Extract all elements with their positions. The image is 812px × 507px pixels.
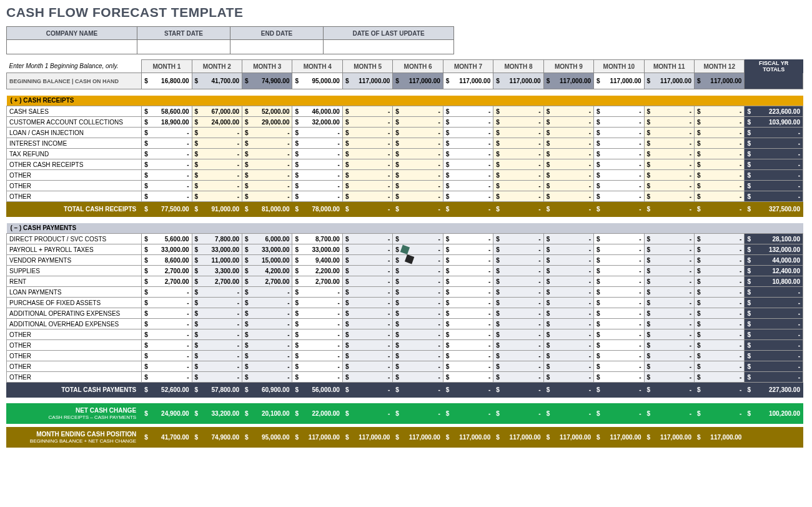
money-cell[interactable]: $74,900.00 [192, 428, 242, 448]
money-cell[interactable]: $- [644, 159, 694, 170]
money-cell[interactable]: $- [342, 106, 392, 117]
money-cell[interactable]: $- [342, 287, 392, 298]
money-cell[interactable]: $- [142, 287, 192, 298]
money-cell[interactable]: $- [292, 170, 342, 181]
money-cell[interactable]: $- [393, 159, 443, 170]
money-cell[interactable]: $- [292, 361, 342, 372]
money-cell[interactable]: $29,000.00 [242, 117, 292, 128]
money-cell[interactable]: $- [594, 106, 644, 117]
money-cell[interactable]: $81,000.00 [242, 202, 292, 217]
money-cell[interactable]: $- [493, 266, 543, 276]
meta-input[interactable] [230, 40, 324, 54]
money-cell[interactable]: $- [694, 106, 744, 117]
money-cell[interactable]: $- [443, 308, 493, 319]
money-cell[interactable]: $- [694, 202, 744, 217]
money-cell[interactable]: $- [694, 383, 744, 398]
money-cell[interactable]: $- [242, 319, 292, 329]
money-cell[interactable]: $- [644, 308, 694, 319]
money-cell[interactable]: $- [342, 340, 392, 351]
money-cell[interactable]: $- [342, 149, 392, 159]
money-cell[interactable]: $- [543, 383, 593, 398]
money-cell[interactable]: $- [543, 319, 593, 329]
money-cell[interactable]: $- [543, 191, 593, 202]
money-cell[interactable]: $- [543, 138, 593, 149]
money-cell[interactable]: $- [393, 117, 443, 128]
money-cell[interactable]: $- [292, 340, 342, 351]
money-cell[interactable]: $46,000.00 [292, 106, 342, 117]
money-cell[interactable]: $- [292, 287, 342, 298]
money-cell[interactable]: $- [493, 276, 543, 287]
money-cell[interactable]: $2,700.00 [292, 276, 342, 287]
money-cell[interactable]: $- [644, 234, 694, 244]
money-cell[interactable]: $- [192, 149, 242, 159]
money-cell[interactable]: $- [694, 298, 744, 308]
money-cell[interactable]: $- [543, 351, 593, 361]
money-cell[interactable]: $- [342, 308, 392, 319]
money-cell[interactable]: $- [192, 340, 242, 351]
money-cell[interactable]: $117,000.00 [443, 73, 493, 89]
money-cell[interactable]: $- [142, 340, 192, 351]
money-cell[interactable]: $- [142, 149, 192, 159]
money-cell[interactable]: $- [342, 276, 392, 287]
money-cell[interactable]: $- [242, 372, 292, 383]
money-cell[interactable]: $- [393, 138, 443, 149]
money-cell[interactable]: $- [745, 340, 803, 351]
money-cell[interactable]: $74,900.00 [242, 73, 292, 89]
money-cell[interactable]: $91,000.00 [192, 202, 242, 217]
money-cell[interactable]: $- [745, 351, 803, 361]
money-cell[interactable]: $- [443, 191, 493, 202]
money-cell[interactable]: $41,700.00 [142, 428, 192, 448]
money-cell[interactable]: $- [192, 159, 242, 170]
money-cell[interactable]: $- [694, 244, 744, 255]
money-cell[interactable]: $- [443, 404, 493, 424]
money-cell[interactable]: $- [745, 298, 803, 308]
money-cell[interactable]: $- [342, 383, 392, 398]
money-cell[interactable]: $- [443, 181, 493, 191]
money-cell[interactable]: $- [393, 266, 443, 276]
money-cell[interactable]: $- [543, 329, 593, 340]
money-cell[interactable]: $- [493, 372, 543, 383]
money-cell[interactable]: $- [543, 287, 593, 298]
money-cell[interactable]: $- [342, 329, 392, 340]
money-cell[interactable]: $- [694, 319, 744, 329]
money-cell[interactable]: $- [694, 329, 744, 340]
money-cell[interactable]: $- [594, 319, 644, 329]
money-cell[interactable]: $- [694, 181, 744, 191]
money-cell[interactable]: $2,700.00 [142, 276, 192, 287]
money-cell[interactable]: $- [543, 308, 593, 319]
money-cell[interactable]: $2,700.00 [242, 276, 292, 287]
money-cell[interactable]: $- [242, 149, 292, 159]
money-cell[interactable]: $- [342, 351, 392, 361]
money-cell[interactable]: $- [745, 287, 803, 298]
money-cell[interactable]: $33,000.00 [142, 244, 192, 255]
money-cell[interactable]: $8,700.00 [292, 234, 342, 244]
money-cell[interactable]: $- [644, 202, 694, 217]
money-cell[interactable]: $77,500.00 [142, 202, 192, 217]
money-cell[interactable]: $- [192, 191, 242, 202]
meta-input[interactable] [137, 40, 230, 54]
money-cell[interactable]: $- [644, 255, 694, 266]
money-cell[interactable]: $117,000.00 [493, 428, 543, 448]
money-cell[interactable]: $- [493, 255, 543, 266]
money-cell[interactable]: $- [543, 234, 593, 244]
money-cell[interactable]: $- [694, 234, 744, 244]
money-cell[interactable]: $- [543, 276, 593, 287]
money-cell[interactable]: $- [292, 298, 342, 308]
money-cell[interactable]: $11,000.00 [192, 255, 242, 266]
money-cell[interactable]: $117,000.00 [443, 428, 493, 448]
money-cell[interactable]: $- [342, 298, 392, 308]
money-cell[interactable]: $- [543, 404, 593, 424]
money-cell[interactable]: $- [493, 106, 543, 117]
money-cell[interactable]: $- [192, 329, 242, 340]
money-cell[interactable]: $- [443, 351, 493, 361]
money-cell[interactable]: $- [493, 287, 543, 298]
money-cell[interactable]: $- [694, 372, 744, 383]
money-cell[interactable]: $- [745, 170, 803, 181]
money-cell[interactable]: $- [342, 361, 392, 372]
money-cell[interactable]: $- [292, 351, 342, 361]
money-cell[interactable]: $- [745, 149, 803, 159]
money-cell[interactable]: $- [242, 329, 292, 340]
money-cell[interactable]: $- [393, 361, 443, 372]
money-cell[interactable]: $- [594, 340, 644, 351]
money-cell[interactable]: $- [342, 372, 392, 383]
